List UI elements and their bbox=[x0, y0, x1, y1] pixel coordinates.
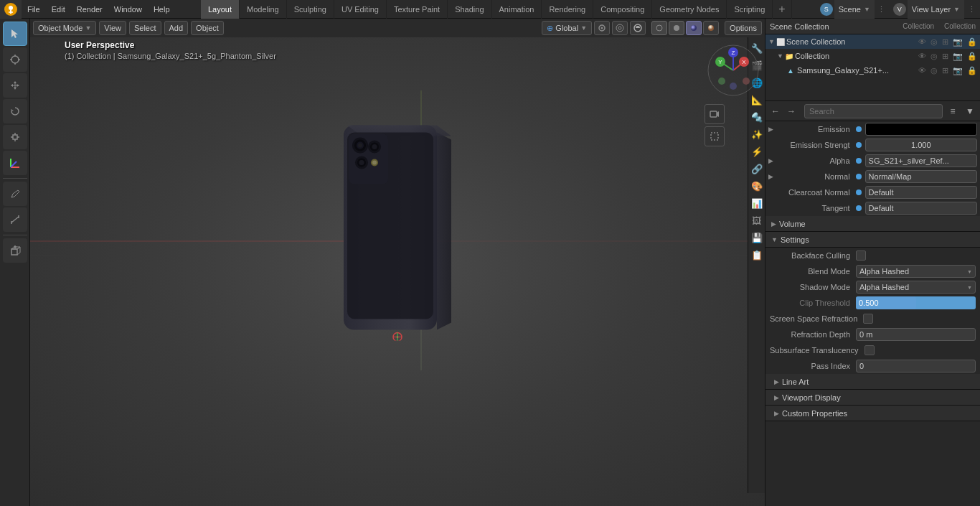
tab-layout[interactable]: Layout bbox=[201, 0, 240, 19]
tab-shading[interactable]: Shading bbox=[448, 0, 491, 19]
tool-measure[interactable] bbox=[3, 207, 27, 232]
clearcoat-value[interactable]: Default bbox=[865, 186, 977, 199]
tool-transform[interactable] bbox=[3, 151, 27, 175]
tab-geometry-nodes[interactable]: Geometry Nodes bbox=[652, 0, 727, 19]
tangent-value[interactable]: Default bbox=[865, 202, 977, 215]
viewlayer-options[interactable]: ⋮ bbox=[966, 4, 977, 15]
emission-color-swatch[interactable] bbox=[865, 123, 977, 136]
tool-scale[interactable] bbox=[3, 125, 27, 149]
show-overlay[interactable] bbox=[630, 21, 646, 35]
render-icon-oc[interactable]: 📷 bbox=[953, 37, 963, 47]
collection-row[interactable]: ▼ 📁 Collection 👁◎⊞📷🔒 bbox=[765, 49, 980, 63]
alpha-expand[interactable]: ▶ bbox=[768, 157, 778, 164]
hide-icon[interactable]: ⊞ bbox=[942, 37, 948, 47]
shading-material[interactable] bbox=[686, 21, 702, 35]
tab-texture-paint[interactable]: Texture Paint bbox=[387, 0, 448, 19]
normal-expand[interactable]: ▶ bbox=[768, 173, 778, 180]
snap-toggle[interactable] bbox=[594, 21, 610, 35]
shadow-mode-dropdown[interactable]: Alpha Hashed bbox=[856, 281, 976, 294]
tab-scripting[interactable]: Scripting bbox=[727, 0, 773, 19]
object-row[interactable]: ▲ Samsung_Galaxy_S21+... 👁◎⊞📷🔒 bbox=[765, 63, 980, 78]
subsurface-checkbox[interactable] bbox=[864, 345, 875, 355]
tangent-label: Tangent bbox=[780, 204, 854, 212]
properties-search[interactable] bbox=[804, 104, 943, 118]
prop-icon-view-layer[interactable]: 📋 bbox=[749, 247, 765, 263]
scene-options[interactable]: ⋮ bbox=[876, 4, 887, 15]
menu-window[interactable]: Window bbox=[108, 0, 148, 18]
tab-modeling[interactable]: Modeling bbox=[240, 0, 287, 19]
refraction-depth-value[interactable]: 0 m bbox=[856, 328, 976, 341]
line-art-header[interactable]: ▶ Line Art bbox=[765, 374, 980, 390]
add-workspace-tab[interactable]: + bbox=[773, 0, 791, 19]
prop-nav-back[interactable]: ← bbox=[768, 104, 783, 118]
tool-cursor[interactable] bbox=[3, 47, 27, 72]
normal-value[interactable]: Normal/Map bbox=[865, 170, 977, 183]
lock-icon-oc[interactable]: 🔒 bbox=[967, 37, 977, 47]
viewport-display-header[interactable]: ▶ Viewport Display bbox=[765, 390, 980, 406]
menu-render[interactable]: Render bbox=[71, 0, 108, 18]
pass-index-value[interactable]: 0 bbox=[856, 360, 976, 373]
clearcoat-normal-label: Clearcoat Normal bbox=[780, 188, 854, 197]
tool-annotate[interactable] bbox=[3, 182, 27, 206]
select-menu[interactable]: Select bbox=[129, 21, 161, 35]
alpha-value[interactable]: SG_S21+_silver_Ref... bbox=[865, 154, 977, 167]
tool-select[interactable] bbox=[3, 22, 27, 46]
clearcoat-dot bbox=[856, 189, 862, 195]
prop-icon-data[interactable]: 📊 bbox=[749, 195, 765, 211]
custom-properties-header[interactable]: ▶ Custom Properties bbox=[765, 406, 980, 421]
select-icon-oc[interactable]: ◎ bbox=[930, 37, 938, 47]
shading-solid[interactable] bbox=[669, 21, 684, 35]
prop-icon-render[interactable]: 🖼 bbox=[749, 212, 765, 228]
tab-sculpting[interactable]: Sculpting bbox=[287, 0, 334, 19]
clip-threshold-value[interactable]: 0.500 bbox=[856, 296, 976, 309]
view-menu[interactable]: View bbox=[99, 21, 126, 35]
backface-checkbox[interactable] bbox=[856, 250, 866, 261]
refraction-depth-label: Refraction Depth bbox=[770, 330, 856, 339]
emission-strength-label: Emission Strengt bbox=[780, 141, 854, 149]
ssr-checkbox[interactable] bbox=[863, 314, 873, 324]
nav-gizmo[interactable]: X Y Z bbox=[705, 42, 762, 99]
scene-collection-row[interactable]: ▼ ⬜ Scene Collection 👁 ◎ ⊞ 📷 🔒 bbox=[765, 34, 980, 49]
menu-edit[interactable]: Edit bbox=[46, 0, 71, 18]
shading-rendered[interactable] bbox=[703, 21, 719, 35]
tool-move[interactable] bbox=[3, 73, 27, 98]
transform-orientation[interactable]: ⊕ Global ▼ bbox=[542, 21, 592, 35]
volume-section-header[interactable]: ▶ Volume bbox=[765, 216, 980, 232]
line-art-arrow: ▶ bbox=[774, 378, 779, 385]
render-region-btn[interactable] bbox=[705, 126, 725, 146]
tab-uv-editing[interactable]: UV Editing bbox=[334, 0, 387, 19]
prop-icon-constraints[interactable]: 🔗 bbox=[749, 161, 765, 177]
volume-label: Volume bbox=[779, 220, 806, 228]
visibility-icon[interactable]: 👁 bbox=[918, 37, 926, 47]
settings-section-header[interactable]: ▼ Settings bbox=[765, 232, 980, 248]
menu-help[interactable]: Help bbox=[148, 0, 176, 18]
ssr-label: Screen Space Refraction bbox=[770, 314, 863, 323]
mode-selector[interactable]: Object Mode ▼ bbox=[33, 21, 96, 35]
prop-icon-material[interactable]: 🎨 bbox=[749, 178, 765, 194]
options-button[interactable]: Options bbox=[725, 21, 762, 35]
tool-rotate[interactable] bbox=[3, 99, 27, 123]
prop-icon-output[interactable]: 💾 bbox=[749, 230, 765, 245]
scene-icon: S bbox=[820, 3, 833, 16]
scene-selector[interactable]: Scene ▼ bbox=[834, 0, 875, 19]
emission-expand[interactable]: ▶ bbox=[768, 126, 778, 133]
menu-file[interactable]: File bbox=[22, 0, 46, 18]
viewport-3d[interactable]: Object Mode ▼ View Select Add Object ⊕ G… bbox=[30, 19, 765, 506]
tab-compositing[interactable]: Compositing bbox=[593, 0, 652, 19]
blend-mode-row: Blend Mode Alpha Hashed bbox=[765, 263, 980, 279]
tool-add-cube[interactable] bbox=[3, 238, 27, 263]
object-menu[interactable]: Object bbox=[191, 21, 224, 35]
tab-animation[interactable]: Animation bbox=[492, 0, 542, 19]
prop-expand-all[interactable]: ≡ bbox=[946, 104, 960, 118]
camera-view-btn[interactable] bbox=[705, 104, 725, 124]
prop-nav-forward[interactable]: → bbox=[784, 104, 798, 118]
shading-wireframe[interactable] bbox=[651, 21, 667, 35]
view-layer-selector[interactable]: View Layer ▼ bbox=[908, 0, 964, 19]
tab-rendering[interactable]: Rendering bbox=[542, 0, 593, 19]
prop-filter[interactable]: ▼ bbox=[963, 104, 977, 118]
emission-strength-value[interactable]: 1.000 bbox=[865, 139, 977, 151]
blend-mode-dropdown[interactable]: Alpha Hashed bbox=[856, 265, 976, 278]
add-menu[interactable]: Add bbox=[164, 21, 189, 35]
proportional-edit[interactable] bbox=[612, 21, 628, 35]
custom-props-arrow: ▶ bbox=[774, 410, 779, 417]
